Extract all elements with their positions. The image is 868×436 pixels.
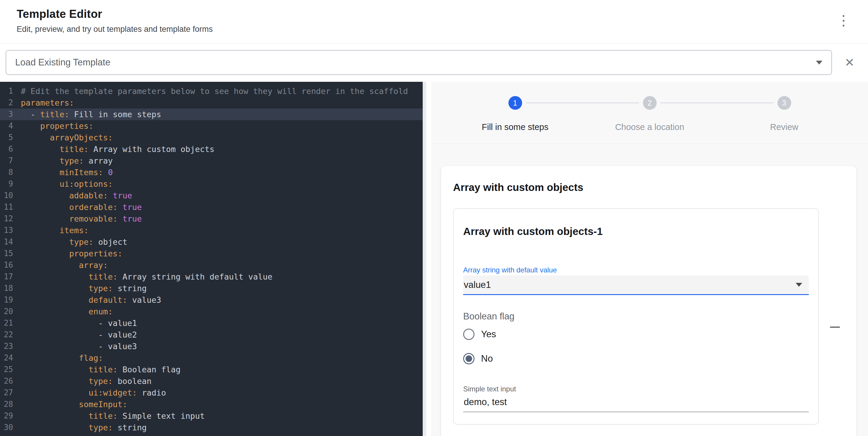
code-text: type: object xyxy=(18,236,127,248)
code-line[interactable]: 28 someInput: xyxy=(0,399,423,410)
code-line[interactable]: 24 flag: xyxy=(0,352,423,364)
line-number: 5 xyxy=(0,132,18,143)
code-line[interactable]: 9 ui:options: xyxy=(0,178,423,190)
line-number: 2 xyxy=(0,97,18,108)
code-line[interactable]: 1# Edit the template parameters below to… xyxy=(0,86,423,97)
minus-icon xyxy=(830,327,840,328)
stepper-step-review: 3Review xyxy=(717,96,851,132)
stepper-section: 1Fill in some steps2Choose a location3Re… xyxy=(431,82,868,144)
array-string-select-value: value1 xyxy=(464,279,491,290)
chevron-down-icon xyxy=(796,283,802,287)
step-indicator: 1 xyxy=(508,96,522,110)
step-indicator: 3 xyxy=(777,96,791,110)
close-button[interactable]: ✕ xyxy=(840,51,859,74)
line-number: 12 xyxy=(0,213,18,225)
code-line[interactable]: 14 type: object xyxy=(0,236,423,248)
code-line[interactable]: 12 removable: true xyxy=(0,213,423,225)
header: Template Editor Edit, preview, and try o… xyxy=(0,0,868,44)
app: { "header": { "title": "Template Editor"… xyxy=(0,0,868,436)
code-text: default: value3 xyxy=(18,294,161,306)
chevron-down-icon xyxy=(816,61,823,65)
stepper-step-fill-in-some-steps: 1Fill in some steps xyxy=(448,96,583,132)
code-line[interactable]: 17 title: Array string with default valu… xyxy=(0,271,423,282)
code-text: flag: xyxy=(18,352,103,364)
array-string-select[interactable]: value1 xyxy=(463,275,809,295)
close-icon: ✕ xyxy=(844,56,855,69)
code-line[interactable]: 21 - value1 xyxy=(0,317,423,329)
code-text: - value3 xyxy=(18,340,137,352)
line-number: 28 xyxy=(0,399,18,410)
remove-item-button[interactable] xyxy=(826,318,844,336)
code-text: orderable: true xyxy=(18,201,142,213)
load-template-select[interactable]: Load Existing Template xyxy=(6,50,832,75)
line-number: 20 xyxy=(0,306,18,317)
code-text: removable: true xyxy=(18,213,142,225)
code-line[interactable]: 22 - value2 xyxy=(0,329,423,340)
code-text: type: string xyxy=(18,282,147,294)
code-text: ui:widget: radio xyxy=(18,387,166,399)
code-text: arrayObjects: xyxy=(18,132,113,143)
code-text: items: xyxy=(18,225,89,236)
code-line[interactable]: 6 title: Array with custom objects xyxy=(0,143,423,155)
array-item-card: Array with custom objects-1 Array string… xyxy=(453,208,819,425)
simple-text-input[interactable] xyxy=(463,395,809,412)
select-field-label: Array string with default value xyxy=(463,266,809,274)
load-template-placeholder: Load Existing Template xyxy=(15,57,111,68)
code-text: parameters: xyxy=(18,97,74,108)
code-text: enum: xyxy=(18,306,113,317)
array-item-title: Array with custom objects-1 xyxy=(463,226,809,237)
step-indicator: 2 xyxy=(643,96,657,110)
stepper-connector xyxy=(526,103,639,103)
code-line[interactable]: 16 array: xyxy=(0,259,423,271)
line-number: 29 xyxy=(0,410,18,422)
step-label: Review xyxy=(717,122,851,132)
line-number: 3 xyxy=(0,108,18,120)
code-line[interactable]: 23 - value3 xyxy=(0,340,423,352)
code-line[interactable]: 10 addable: true xyxy=(0,190,423,201)
code-line[interactable]: 7 type: array xyxy=(0,155,423,167)
preview-panel: 1Fill in some steps2Choose a location3Re… xyxy=(431,82,868,436)
more-options-button[interactable]: ⋮ xyxy=(835,11,852,30)
line-number: 10 xyxy=(0,190,18,201)
line-number: 18 xyxy=(0,282,18,294)
line-number: 27 xyxy=(0,387,18,399)
kebab-icon: ⋮ xyxy=(836,12,851,29)
code-line[interactable]: 18 type: string xyxy=(0,282,423,294)
boolean-flag-group: YesNo xyxy=(463,325,809,368)
stepper: 1Fill in some steps2Choose a location3Re… xyxy=(448,96,851,132)
code-line[interactable]: 8 minItems: 0 xyxy=(0,167,423,178)
code-line[interactable]: 30 type: string xyxy=(0,422,423,433)
code-line[interactable]: 13 items: xyxy=(0,225,423,236)
editor-scrollbar[interactable] xyxy=(423,82,426,436)
code-text: someInput: xyxy=(18,399,127,410)
toolbar: Load Existing Template ✕ xyxy=(0,44,868,82)
code-line[interactable]: 20 enum: xyxy=(0,306,423,317)
radio-option-yes[interactable]: Yes xyxy=(463,325,809,344)
line-number: 8 xyxy=(0,167,18,178)
radio-button[interactable] xyxy=(463,329,474,340)
code-line[interactable]: 25 title: Boolean flag xyxy=(0,364,423,375)
radio-button[interactable] xyxy=(463,353,474,364)
code-line[interactable]: 26 type: boolean xyxy=(0,375,423,387)
code-line[interactable]: 11 orderable: true xyxy=(0,201,423,213)
radio-option-no[interactable]: No xyxy=(463,349,809,368)
code-line[interactable]: 5 arrayObjects: xyxy=(0,132,423,143)
code-text: title: Array string with default value xyxy=(18,271,272,282)
stepper-connector xyxy=(660,103,774,103)
form-section-title: Array with custom objects xyxy=(453,181,844,193)
line-number: 15 xyxy=(0,248,18,259)
code-line[interactable]: 2parameters: xyxy=(0,97,423,108)
code-line[interactable]: 15 properties: xyxy=(0,248,423,259)
code-line[interactable]: 3 - title: Fill in some steps xyxy=(0,108,423,120)
code-text: addable: true xyxy=(18,190,132,201)
code-editor[interactable]: 1# Edit the template parameters below to… xyxy=(0,82,423,436)
code-lines: 1# Edit the template parameters below to… xyxy=(0,86,423,433)
code-line[interactable]: 19 default: value3 xyxy=(0,294,423,306)
stepper-step-choose-a-location: 2Choose a location xyxy=(583,96,717,132)
code-line[interactable]: 4 properties: xyxy=(0,120,423,132)
line-number: 7 xyxy=(0,155,18,167)
pane-splitter[interactable] xyxy=(426,82,431,436)
code-text: # Edit the template parameters below to … xyxy=(18,86,408,97)
code-line[interactable]: 29 title: Simple text input xyxy=(0,410,423,422)
code-line[interactable]: 27 ui:widget: radio xyxy=(0,387,423,399)
